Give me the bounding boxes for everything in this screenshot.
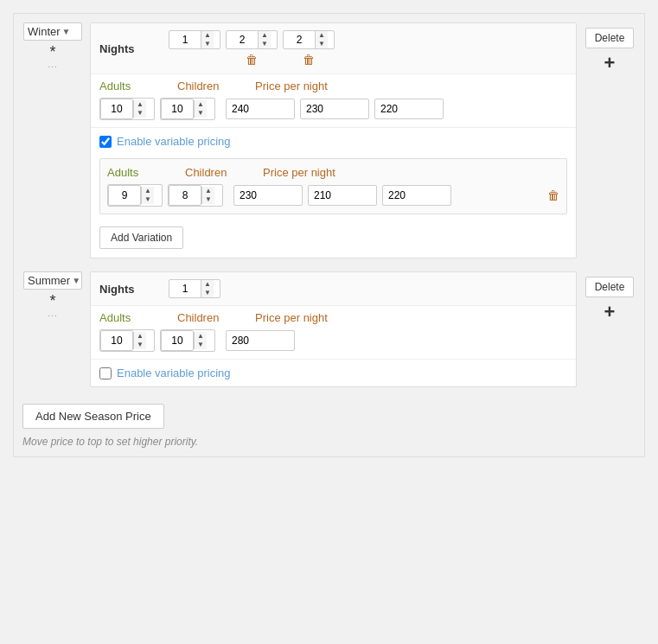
variation-price-input-winter-0-1[interactable]: [308, 185, 377, 206]
children-spinner-winter[interactable]: ▲ ▼: [160, 98, 215, 120]
nights-spinner-btns-summer-0: ▲ ▼: [201, 280, 214, 297]
variation-price-inputs-winter-0: [233, 185, 539, 206]
children-up-winter[interactable]: ▲: [195, 100, 207, 109]
add-season-button[interactable]: Add New Season Price: [22, 404, 164, 429]
adults-header-summer: Adults: [99, 311, 177, 324]
children-spinner-summer[interactable]: ▲ ▼: [160, 329, 215, 352]
price-inputs-summer: [226, 330, 567, 351]
chevron-down-icon-winter: ▼: [62, 27, 78, 36]
trash-icon-nights-2[interactable]: 🗑: [303, 53, 315, 67]
variation-block-winter-0: Adults Children Price per night ▲ ▼: [99, 158, 567, 214]
children-up-summer[interactable]: ▲: [195, 332, 207, 341]
adults-down-summer[interactable]: ▼: [134, 341, 146, 349]
nights-spinner-0[interactable]: ▲ ▼: [169, 30, 220, 49]
variation-children-up-winter-0[interactable]: ▲: [202, 187, 214, 195]
price-input-winter-2[interactable]: [374, 99, 444, 119]
enable-variable-label-winter: Enable variable pricing: [117, 135, 231, 148]
delete-button-winter[interactable]: Delete: [585, 28, 635, 48]
nights-up-2[interactable]: ▲: [316, 31, 328, 40]
nights-spinner-2[interactable]: ▲ ▼: [283, 30, 335, 49]
chevron-down-icon-summer: ▼: [72, 276, 80, 285]
adults-header-winter: Adults: [99, 80, 177, 92]
season-left-summer: Summer ▼ * ...: [22, 271, 83, 318]
trash-icon-nights-1[interactable]: 🗑: [246, 53, 258, 67]
enable-variable-checkbox-summer[interactable]: [99, 367, 112, 379]
nights-inputs-winter: ▲ ▼ ▲ ▼ 🗑: [169, 30, 567, 67]
add-variation-button-winter[interactable]: Add Variation: [99, 226, 183, 249]
nights-down-1[interactable]: ▼: [259, 40, 271, 48]
nights-col-1: ▲ ▼ 🗑: [226, 30, 278, 67]
nights-down-summer-0[interactable]: ▼: [201, 289, 214, 297]
variation-adults-up-winter-0[interactable]: ▲: [142, 187, 154, 195]
nights-spinner-1[interactable]: ▲ ▼: [226, 30, 278, 49]
season-main-summer: Nights ▲ ▼ Adults C: [90, 271, 577, 387]
plus-button-winter[interactable]: +: [604, 54, 616, 73]
season-select-winter[interactable]: Winter ▼: [23, 22, 82, 41]
season-select-summer[interactable]: Summer ▼: [23, 271, 82, 290]
adults-spinner-btns-summer: ▲ ▼: [133, 332, 146, 349]
variation-children-input-winter-0[interactable]: [169, 185, 201, 206]
nights-spinner-summer-0[interactable]: ▲ ▼: [169, 279, 220, 298]
children-down-winter[interactable]: ▼: [195, 109, 207, 118]
main-container: Winter ▼ * ... Nights ▲ ▼: [13, 13, 645, 457]
nights-up-1[interactable]: ▲: [259, 31, 271, 40]
enable-variable-row-summer: Enable variable pricing: [91, 359, 576, 386]
adults-input-winter[interactable]: [100, 99, 133, 119]
season-left-winter: Winter ▼ * ...: [22, 22, 83, 69]
variation-adults-header-winter-0: Adults: [107, 166, 185, 179]
nights-down-2[interactable]: ▼: [316, 40, 328, 48]
price-inputs-winter: [226, 99, 567, 119]
nights-input-0[interactable]: [169, 31, 201, 48]
children-spinner-btns-winter: ▲ ▼: [194, 100, 207, 118]
adults-up-summer[interactable]: ▲: [134, 332, 146, 341]
variation-children-down-winter-0[interactable]: ▼: [202, 195, 214, 204]
nights-row-winter: Nights ▲ ▼: [91, 23, 576, 74]
nights-spinner-btns-0: ▲ ▼: [201, 31, 214, 48]
variation-adults-spinner-winter-0[interactable]: ▲ ▼: [107, 184, 163, 207]
price-per-night-header-winter: Price per night: [255, 80, 567, 92]
season-dots-winter: ...: [48, 60, 57, 69]
season-name-summer: Summer: [28, 274, 70, 287]
variation-children-spinner-winter-0[interactable]: ▲ ▼: [168, 184, 223, 207]
delete-button-summer[interactable]: Delete: [585, 277, 635, 297]
trash-icon-variation-winter-0[interactable]: 🗑: [547, 188, 559, 202]
nights-label-winter: Nights: [99, 42, 169, 55]
price-per-night-header-summer: Price per night: [255, 311, 567, 324]
enable-variable-checkbox-winter[interactable]: [99, 136, 112, 148]
variation-children-header-winter-0: Children: [185, 166, 263, 179]
inputs-row-summer: ▲ ▼ ▲ ▼: [91, 326, 576, 359]
variation-inputs-row-winter-0: ▲ ▼ ▲ ▼: [107, 184, 559, 207]
enable-variable-label-summer: Enable variable pricing: [117, 367, 231, 379]
adults-down-winter[interactable]: ▼: [134, 109, 146, 118]
adults-spinner-summer[interactable]: ▲ ▼: [99, 329, 155, 352]
nights-input-summer-0[interactable]: [169, 280, 201, 297]
adults-up-winter[interactable]: ▲: [134, 100, 146, 109]
price-input-winter-1[interactable]: [300, 99, 369, 119]
nights-input-1[interactable]: [227, 31, 258, 48]
variation-adults-down-winter-0[interactable]: ▼: [142, 195, 154, 204]
variation-children-btns-winter-0: ▲ ▼: [201, 187, 214, 204]
price-input-winter-0[interactable]: [226, 99, 295, 119]
variation-price-input-winter-0-0[interactable]: [233, 185, 303, 206]
variation-price-input-winter-0-2[interactable]: [382, 185, 451, 206]
price-input-summer-0[interactable]: [226, 330, 295, 351]
nights-input-2[interactable]: [284, 31, 315, 48]
children-input-summer[interactable]: [161, 330, 194, 351]
nights-up-0[interactable]: ▲: [201, 31, 214, 40]
season-asterisk-summer: *: [49, 293, 55, 309]
variation-adults-input-winter-0[interactable]: [108, 185, 141, 206]
adults-spinner-winter[interactable]: ▲ ▼: [99, 98, 155, 120]
adults-input-summer[interactable]: [100, 330, 133, 351]
children-input-winter[interactable]: [161, 99, 194, 119]
plus-button-summer[interactable]: +: [604, 303, 616, 322]
nights-up-summer-0[interactable]: ▲: [201, 280, 214, 289]
season-block-winter: Winter ▼ * ... Nights ▲ ▼: [22, 22, 636, 258]
nights-down-0[interactable]: ▼: [201, 40, 214, 48]
season-block-summer: Summer ▼ * ... Nights ▲ ▼: [22, 271, 636, 387]
children-down-summer[interactable]: ▼: [195, 341, 207, 349]
season-name-winter: Winter: [28, 25, 61, 38]
nights-spinner-btns-1: ▲ ▼: [258, 31, 271, 48]
children-header-winter: Children: [177, 80, 255, 92]
season-dots-summer: ...: [48, 309, 57, 318]
enable-variable-row-winter: Enable variable pricing: [91, 127, 576, 155]
